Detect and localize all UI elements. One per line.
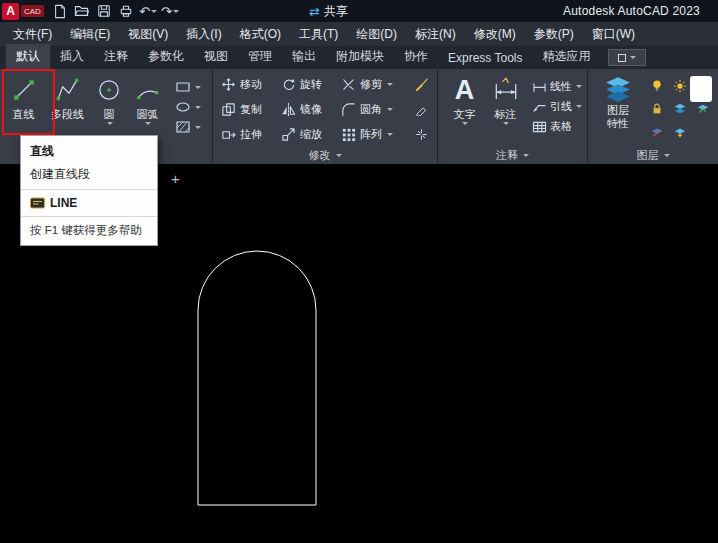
menu-file[interactable]: 文件(F): [4, 22, 61, 46]
circle-tool-button[interactable]: 圆: [91, 72, 127, 134]
annotate-panel-footer[interactable]: 注释: [438, 148, 587, 163]
share-icon: ⇄: [309, 4, 320, 19]
layers-panel-footer[interactable]: 图层: [588, 148, 718, 163]
redo-button[interactable]: ↷: [159, 1, 181, 21]
tab-output[interactable]: 输出: [282, 44, 326, 69]
hatch-icon: [175, 120, 191, 134]
leader-button[interactable]: 引线: [532, 99, 582, 114]
circle-flyout-caret-icon: [107, 122, 113, 125]
scale-label: 缩放: [300, 127, 322, 142]
move-icon: [221, 77, 236, 92]
menu-tools[interactable]: 工具(T): [290, 22, 347, 46]
tab-featured-apps[interactable]: 精选应用: [532, 44, 600, 69]
hatch-tool-button[interactable]: [175, 120, 201, 134]
layer-lock-icon: [650, 102, 664, 116]
menu-view[interactable]: 视图(V): [119, 22, 177, 46]
tab-home[interactable]: 默认: [6, 44, 50, 69]
tab-view[interactable]: 视图: [194, 44, 238, 69]
tab-annotate[interactable]: 注释: [94, 44, 138, 69]
layer-properties-icon: [603, 75, 633, 103]
undo-button[interactable]: ↶: [137, 1, 159, 21]
explode-tool-button[interactable]: [415, 128, 439, 141]
mirror-tool-button[interactable]: 镜像: [281, 102, 341, 117]
rectangle-tool-button[interactable]: [175, 80, 201, 94]
tab-collaborate[interactable]: 协作: [394, 44, 438, 69]
linear-dimension-icon: [532, 80, 547, 93]
scale-tool-button[interactable]: 缩放: [281, 127, 341, 142]
share-label: 共享: [324, 3, 348, 20]
move-tool-button[interactable]: 移动: [221, 77, 281, 92]
layer-properties-button[interactable]: 图层 特性: [594, 72, 642, 142]
leader-caret-icon: [576, 105, 582, 108]
menu-format[interactable]: 格式(O): [231, 22, 290, 46]
open-button[interactable]: [71, 1, 93, 21]
command-icon: [30, 197, 45, 209]
fillet-tool-button[interactable]: 圆角: [341, 102, 415, 117]
arc-tool-button[interactable]: 圆弧: [127, 72, 168, 134]
trim-label: 修剪: [360, 77, 382, 92]
stretch-icon: [221, 127, 236, 142]
menu-dimension[interactable]: 标注(N): [406, 22, 465, 46]
ellipse-tool-button[interactable]: [175, 100, 201, 114]
linear-caret-icon: [576, 85, 582, 88]
layer-on-button[interactable]: [646, 75, 667, 96]
tab-manage[interactable]: 管理: [238, 44, 282, 69]
layer-lock-button[interactable]: [646, 98, 667, 119]
rotate-tool-button[interactable]: 旋转: [281, 77, 341, 92]
new-drawing-button[interactable]: [49, 1, 71, 21]
app-menu-button[interactable]: A CAD: [0, 0, 49, 22]
layer-properties-label-line2: 特性: [607, 117, 629, 130]
linear-dimension-button[interactable]: 线性: [532, 79, 582, 94]
tab-parametric[interactable]: 参数化: [138, 44, 194, 69]
erase-tool-button[interactable]: [415, 103, 439, 116]
match-properties-button[interactable]: [415, 77, 439, 92]
layer-off-button[interactable]: [646, 121, 667, 142]
circle-tool-label: 圆: [104, 107, 115, 122]
layer-previous-icon: [673, 125, 687, 139]
linear-label: 线性: [550, 79, 572, 94]
autocad-logo-icon: A: [2, 3, 19, 20]
copy-icon: [221, 102, 236, 117]
dimension-tool-button[interactable]: 标注: [485, 72, 526, 134]
menu-window[interactable]: 窗口(W): [583, 22, 644, 46]
menu-draw[interactable]: 绘图(D): [347, 22, 406, 46]
trim-tool-button[interactable]: 修剪: [341, 77, 415, 92]
arc-icon: [134, 76, 162, 104]
copy-tool-button[interactable]: 复制: [221, 102, 281, 117]
menu-modify[interactable]: 修改(M): [465, 22, 525, 46]
layer-isolate-button[interactable]: [669, 75, 690, 96]
tab-insert[interactable]: 插入: [50, 44, 94, 69]
arc-flyout-caret-icon: [145, 122, 151, 125]
table-button[interactable]: 表格: [532, 119, 582, 134]
layer-state-button[interactable]: [669, 98, 690, 119]
tab-addins[interactable]: 附加模块: [326, 44, 394, 69]
polyline-tool-button[interactable]: 多段线: [44, 72, 91, 134]
stretch-tool-button[interactable]: 拉伸: [221, 127, 281, 142]
workspace-switch-button[interactable]: [608, 49, 646, 66]
layer-color-swatch[interactable]: [690, 76, 712, 102]
layer-prev-button[interactable]: [669, 121, 690, 142]
text-tool-button[interactable]: A 文字: [444, 72, 485, 134]
leader-icon: [532, 100, 547, 113]
new-file-icon: [53, 4, 67, 19]
line-tool-button[interactable]: 直线: [3, 72, 44, 134]
menu-insert[interactable]: 插入(I): [177, 22, 230, 46]
dimension-caret-icon: [503, 122, 509, 125]
tooltip-description: 创建直线段: [30, 166, 148, 183]
plot-button[interactable]: [115, 1, 137, 21]
tab-express-tools[interactable]: Express Tools: [438, 47, 532, 69]
menu-parametric[interactable]: 参数(P): [525, 22, 583, 46]
autocad-logo-cad-badge: CAD: [21, 5, 44, 17]
autocad-window: A CAD ↶: [0, 0, 718, 543]
polyline-icon: [54, 76, 82, 104]
tooltip-help: 按 F1 键获得更多帮助: [21, 217, 157, 245]
modify-panel-footer[interactable]: 修改: [213, 148, 437, 163]
share-button[interactable]: ⇄ 共享: [309, 3, 348, 20]
ribbon-tab-bar: 默认 插入 注释 参数化 视图 管理 输出 附加模块 协作 Express To…: [0, 46, 718, 69]
save-button[interactable]: [93, 1, 115, 21]
printer-icon: [119, 4, 133, 18]
layer-isolate-sun-icon: [673, 79, 687, 93]
menu-edit[interactable]: 编辑(E): [61, 22, 119, 46]
array-tool-button[interactable]: 阵列: [341, 127, 415, 142]
array-icon: [341, 127, 356, 142]
